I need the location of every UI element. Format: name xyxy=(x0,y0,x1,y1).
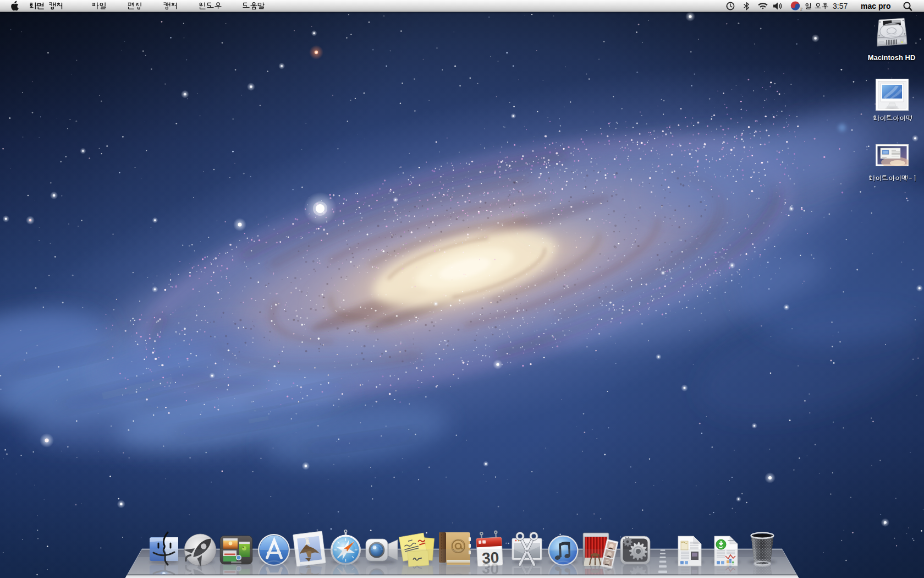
svg-text:2: 2 xyxy=(800,7,802,11)
